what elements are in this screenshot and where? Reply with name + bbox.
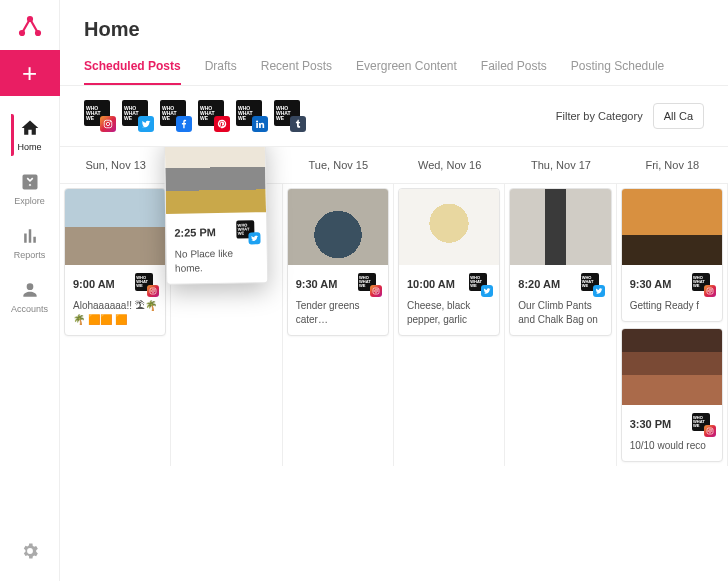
day-column[interactable]: 9:30 AMWHOWHATWETender greens cater… (283, 184, 394, 466)
svg-point-2 (36, 31, 40, 35)
post-thumbnail (622, 189, 722, 265)
post-caption: Tender greens cater… (296, 299, 380, 327)
account-filter-instagram[interactable]: WHOWHATWE (84, 100, 116, 132)
svg-point-1 (28, 17, 32, 21)
filter-label: Filter by Category (556, 110, 643, 122)
tab-evergreen[interactable]: Evergreen Content (356, 49, 457, 85)
reports-icon (20, 226, 40, 246)
nav-label: Explore (14, 196, 45, 206)
day-column[interactable]: 9:30 AMWHOWHATWEGetting Ready f3:30 PMWH… (617, 184, 728, 466)
post-card[interactable]: 2:25 PMWHOWHATWENo Place like home. (164, 147, 269, 285)
tab-recent-posts[interactable]: Recent Posts (261, 49, 332, 85)
instagram-icon (704, 285, 716, 297)
account-filter-twitter[interactable]: WHOWHATWE (122, 100, 154, 132)
post-account-badge[interactable]: WHOWHATWE (358, 273, 380, 295)
tab-drafts[interactable]: Drafts (205, 49, 237, 85)
nav-reports[interactable]: Reports (11, 216, 48, 270)
nav-explore[interactable]: Explore (11, 162, 48, 216)
post-card[interactable]: 9:00 AMWHOWHATWEAlohaaaaaa!! 🏝🌴🌴 🟧🟧 🟧 (64, 188, 166, 336)
calendar: Sun, Nov 13Mon, Nov 14Tue, Nov 15Wed, No… (60, 147, 728, 581)
nav-accounts[interactable]: Accounts (11, 270, 48, 324)
day-column[interactable]: 2:25 PMWHOWHATWENo Place like home. (171, 184, 282, 466)
post-account-badge[interactable]: WHOWHATWE (692, 413, 714, 435)
post-time: 9:30 AM (630, 278, 672, 290)
account-filter-tumblr[interactable]: WHOWHATWE (274, 100, 306, 132)
svg-point-17 (711, 429, 712, 430)
post-card[interactable]: 8:20 AMWHOWHATWEOur Climb Pants and Chal… (509, 188, 611, 336)
account-filter-linkedin[interactable]: WHOWHATWE (236, 100, 268, 132)
app-logo[interactable] (0, 0, 60, 50)
post-caption: No Place like home. (175, 246, 260, 275)
main-content: Home Scheduled Posts Drafts Recent Posts… (60, 0, 728, 581)
svg-point-7 (152, 290, 155, 293)
svg-point-8 (155, 289, 156, 290)
svg-point-16 (709, 430, 712, 433)
calendar-header-row: Sun, Nov 13Mon, Nov 14Tue, Nov 15Wed, No… (60, 147, 728, 184)
explore-icon (20, 172, 40, 192)
post-time: 3:30 PM (630, 418, 672, 430)
post-card-body: 3:30 PMWHOWHATWE10/10 would reco (622, 405, 722, 461)
post-card[interactable]: 9:30 AMWHOWHATWEGetting Ready f (621, 188, 723, 322)
post-caption: Our Climb Pants and Chalk Bag on duty … (518, 299, 602, 327)
post-caption: Cheese, black pepper, garlic powder, pap… (407, 299, 491, 327)
tab-posting-schedule[interactable]: Posting Schedule (571, 49, 664, 85)
nav-label: Home (17, 142, 41, 152)
post-time: 9:00 AM (73, 278, 115, 290)
svg-point-14 (711, 289, 712, 290)
svg-point-13 (709, 290, 712, 293)
page-title: Home (60, 0, 728, 49)
twitter-icon (138, 116, 154, 132)
day-header: Sun, Nov 13 (60, 147, 171, 183)
post-card-body: 9:30 AMWHOWHATWEGetting Ready f (622, 265, 722, 321)
post-time: 10:00 AM (407, 278, 455, 290)
post-account-badge[interactable]: WHOWHATWE (692, 273, 714, 295)
accounts-icon (20, 280, 40, 300)
post-card[interactable]: 9:30 AMWHOWHATWETender greens cater… (287, 188, 389, 336)
tumblr-icon (290, 116, 306, 132)
tab-scheduled-posts[interactable]: Scheduled Posts (84, 49, 181, 85)
nav-label: Accounts (11, 304, 48, 314)
post-time: 2:25 PM (175, 226, 217, 239)
post-account-badge[interactable]: WHOWHATWE (237, 220, 259, 242)
settings-button[interactable] (20, 541, 40, 565)
svg-point-4 (106, 122, 109, 125)
instagram-icon (147, 285, 159, 297)
day-header: Thu, Nov 17 (505, 147, 616, 183)
home-icon (20, 118, 40, 138)
post-thumbnail (65, 189, 165, 265)
nav-home[interactable]: Home (11, 108, 48, 162)
twitter-icon (249, 232, 261, 244)
tab-failed[interactable]: Failed Posts (481, 49, 547, 85)
add-button[interactable]: + (0, 50, 60, 96)
post-thumbnail (399, 189, 499, 265)
post-account-badge[interactable]: WHOWHATWE (135, 273, 157, 295)
post-card-body: 9:00 AMWHOWHATWEAlohaaaaaa!! 🏝🌴🌴 🟧🟧 🟧 (65, 265, 165, 335)
account-filter-facebook[interactable]: WHOWHATWE (160, 100, 192, 132)
facebook-icon (176, 116, 192, 132)
category-filter-select[interactable]: All Ca (653, 103, 704, 129)
day-column[interactable]: 9:00 AMWHOWHATWEAlohaaaaaa!! 🏝🌴🌴 🟧🟧 🟧 (60, 184, 171, 466)
svg-point-11 (377, 289, 378, 290)
post-card[interactable]: 3:30 PMWHOWHATWE10/10 would reco (621, 328, 723, 462)
post-card[interactable]: 10:00 AMWHOWHATWECheese, black pepper, g… (398, 188, 500, 336)
post-card-body: 10:00 AMWHOWHATWECheese, black pepper, g… (399, 265, 499, 335)
pinterest-icon (214, 116, 230, 132)
account-filter-pinterest[interactable]: WHOWHATWE (198, 100, 230, 132)
post-thumbnail (165, 147, 267, 214)
post-card-body: 8:20 AMWHOWHATWEOur Climb Pants and Chal… (510, 265, 610, 335)
main-nav: Home Explore Reports Accounts (11, 96, 48, 541)
day-header: Wed, Nov 16 (394, 147, 505, 183)
post-card-body: 9:30 AMWHOWHATWETender greens cater… (288, 265, 388, 335)
instagram-icon (370, 285, 382, 297)
day-column[interactable]: 10:00 AMWHOWHATWECheese, black pepper, g… (394, 184, 505, 466)
post-account-badge[interactable]: WHOWHATWE (581, 273, 603, 295)
toolbar: WHOWHATWEWHOWHATWEWHOWHATWEWHOWHATWEWHOW… (60, 86, 728, 147)
day-column[interactable]: 8:20 AMWHOWHATWEOur Climb Pants and Chal… (505, 184, 616, 466)
day-header: Tue, Nov 15 (283, 147, 394, 183)
post-caption: Getting Ready f (630, 299, 714, 313)
post-account-badge[interactable]: WHOWHATWE (469, 273, 491, 295)
instagram-icon (100, 116, 116, 132)
add-plus-icon: + (22, 58, 37, 89)
post-thumbnail (622, 329, 722, 405)
svg-point-0 (20, 31, 24, 35)
